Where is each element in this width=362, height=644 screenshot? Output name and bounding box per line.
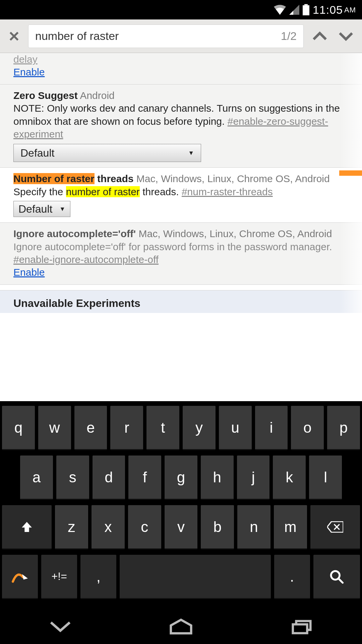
battery-icon xyxy=(303,4,309,15)
flag-select[interactable]: Default▼ xyxy=(13,201,70,217)
key-p[interactable]: p xyxy=(327,406,360,450)
flag-hash-link[interactable]: delay xyxy=(13,53,349,66)
key-swype[interactable] xyxy=(2,555,38,599)
key-l[interactable]: l xyxy=(309,455,342,500)
find-match-marker xyxy=(339,170,362,176)
section-header: Unavailable Experiments xyxy=(0,290,362,313)
key-c[interactable]: c xyxy=(128,505,161,549)
find-input[interactable] xyxy=(35,30,281,43)
key-symbols[interactable]: +!= xyxy=(41,555,77,599)
key-t[interactable]: t xyxy=(146,406,179,450)
key-e[interactable]: e xyxy=(74,406,107,450)
keyboard-row-2: a s d f g h j k l xyxy=(2,455,360,500)
key-d[interactable]: d xyxy=(93,455,125,500)
soft-keyboard: q w e r t y u i o p a s d f g h j k l z … xyxy=(0,401,362,609)
cell-signal-icon xyxy=(289,5,299,15)
nav-recent-icon[interactable] xyxy=(287,616,317,637)
status-bar: 11:05AM xyxy=(0,0,362,19)
svg-rect-4 xyxy=(293,624,307,633)
page-content[interactable]: delay Enable Zero Suggest Android NOTE: … xyxy=(0,53,362,401)
find-input-container: 1/2 xyxy=(28,24,304,48)
enable-link[interactable]: Enable xyxy=(13,267,45,278)
flag-description: Specify the number of raster threads. #n… xyxy=(13,185,349,198)
svg-rect-1 xyxy=(304,4,308,5)
key-backspace[interactable] xyxy=(310,505,360,549)
key-shift[interactable] xyxy=(2,505,52,549)
flag-item: delay Enable xyxy=(0,53,362,85)
nav-back-icon[interactable] xyxy=(45,616,75,637)
find-prev-icon[interactable] xyxy=(310,26,330,46)
flag-item-ignore-autocomplete: Ignore autocomplete='off' Mac, Windows, … xyxy=(0,223,362,285)
key-b[interactable]: b xyxy=(201,505,234,549)
key-q[interactable]: q xyxy=(2,406,35,450)
key-u[interactable]: u xyxy=(219,406,252,450)
enable-link[interactable]: Enable xyxy=(13,66,45,77)
flag-hash-link[interactable]: #num-raster-threads xyxy=(182,186,273,197)
find-in-page-bar: 1/2 xyxy=(0,19,362,53)
key-g[interactable]: g xyxy=(165,455,197,500)
chevron-down-icon: ▼ xyxy=(188,149,194,157)
nav-home-icon[interactable] xyxy=(166,616,196,637)
key-v[interactable]: v xyxy=(165,505,198,549)
key-w[interactable]: w xyxy=(38,406,71,450)
find-counter: 1/2 xyxy=(281,30,297,43)
key-period[interactable]: . xyxy=(274,555,310,599)
flag-hash-link[interactable]: #enable-ignore-autocomplete-off xyxy=(13,254,159,265)
flag-item-zero-suggest: Zero Suggest Android NOTE: Only works de… xyxy=(0,85,362,168)
key-s[interactable]: s xyxy=(56,455,89,500)
flag-platforms: Mac, Windows, Linux, Chrome OS, Android xyxy=(136,173,330,184)
key-f[interactable]: f xyxy=(128,455,161,500)
keyboard-row-4: +!= , . xyxy=(2,555,360,599)
wifi-icon xyxy=(274,5,286,15)
key-m[interactable]: m xyxy=(274,505,307,549)
flag-platforms: Android xyxy=(80,90,114,101)
find-next-icon[interactable] xyxy=(336,26,356,46)
flag-title: Number of raster threads xyxy=(13,173,133,184)
key-z[interactable]: z xyxy=(55,505,88,549)
key-n[interactable]: n xyxy=(237,505,270,549)
keyboard-row-1: q w e r t y u i o p xyxy=(2,406,360,450)
flag-title: Ignore autocomplete='off' xyxy=(13,228,136,239)
key-k[interactable]: k xyxy=(273,455,306,500)
navigation-bar xyxy=(0,609,362,644)
key-a[interactable]: a xyxy=(20,455,53,500)
flag-item-raster-threads: Number of raster threads Mac, Windows, L… xyxy=(0,168,362,223)
flag-description: Ignore autocomplete='off' for password f… xyxy=(13,240,349,266)
key-r[interactable]: r xyxy=(110,406,143,450)
key-y[interactable]: y xyxy=(183,406,216,450)
flag-description: NOTE: Only works dev and canary channels… xyxy=(13,102,349,141)
keyboard-row-3: z x c v b n m xyxy=(2,505,360,549)
key-j[interactable]: j xyxy=(237,455,270,500)
status-time: 11:05AM xyxy=(313,3,356,16)
key-o[interactable]: o xyxy=(291,406,324,450)
flag-select[interactable]: Default▼ xyxy=(13,144,201,162)
key-x[interactable]: x xyxy=(92,505,125,549)
chevron-down-icon: ▼ xyxy=(59,205,65,213)
close-icon[interactable] xyxy=(6,28,22,44)
key-h[interactable]: h xyxy=(201,455,234,500)
flag-platforms: Mac, Windows, Linux, Chrome OS, Android xyxy=(138,228,332,239)
key-i[interactable]: i xyxy=(255,406,288,450)
svg-rect-0 xyxy=(303,5,309,15)
svg-line-3 xyxy=(339,578,343,583)
key-space[interactable] xyxy=(120,555,270,599)
key-search[interactable] xyxy=(313,555,360,599)
flag-title: Zero Suggest xyxy=(13,90,78,101)
key-comma[interactable]: , xyxy=(80,555,116,599)
